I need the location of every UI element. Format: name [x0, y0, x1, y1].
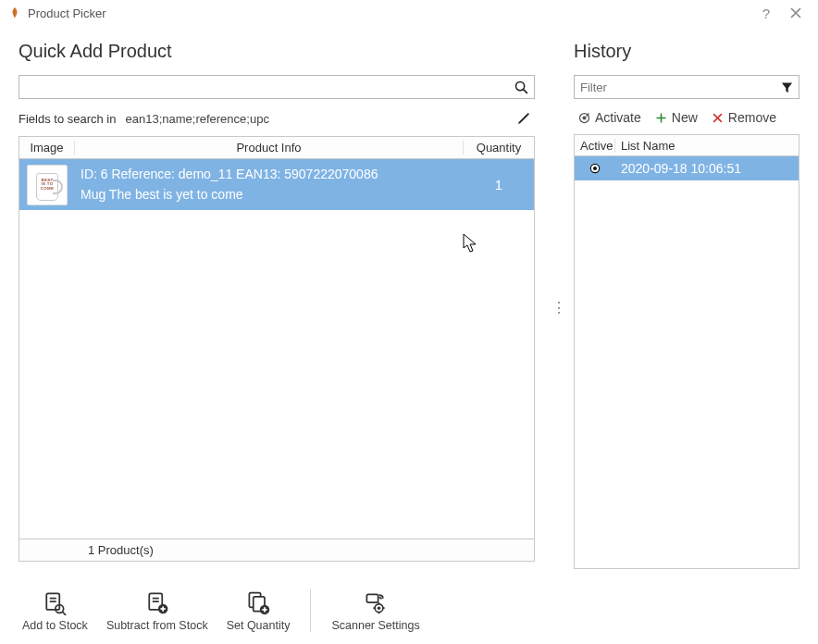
- toolbar-separator: [310, 589, 311, 632]
- history-row[interactable]: 2020-09-18 10:06:51: [575, 156, 799, 180]
- product-thumbnail: BEST IS TO COME: [19, 162, 75, 208]
- svg-rect-22: [366, 594, 378, 602]
- mug-icon: BEST IS TO COME: [27, 165, 68, 205]
- close-button[interactable]: [781, 0, 811, 26]
- col-list-name[interactable]: List Name: [615, 139, 799, 153]
- history-name-cell: 2020-09-18 10:06:51: [615, 161, 799, 176]
- svg-point-5: [593, 167, 597, 170]
- subtract-from-stock-button[interactable]: Subtract from Stock: [103, 589, 212, 632]
- product-footer: 1 Product(s): [19, 539, 534, 561]
- product-row[interactable]: BEST IS TO COME ID: 6 Reference: demo_11…: [19, 159, 534, 210]
- radio-checked-icon: [589, 162, 601, 175]
- product-info-line1: ID: 6 Reference: demo_11 EAN13: 59072220…: [81, 165, 458, 185]
- col-image[interactable]: Image: [19, 141, 75, 155]
- filter-input[interactable]: [575, 78, 775, 97]
- svg-point-3: [582, 116, 586, 119]
- product-info-cell: ID: 6 Reference: demo_11 EAN13: 59072220…: [75, 159, 464, 210]
- pane-splitter[interactable]: ⋮: [552, 299, 566, 316]
- set-quantity-icon: [245, 589, 271, 615]
- bottom-toolbar: Add to Stock Subtract from Stock Set Qua…: [19, 585, 799, 637]
- title-bar: Product Picker ?: [0, 0, 818, 26]
- history-actions: Activate New Remove: [574, 103, 799, 132]
- col-qty[interactable]: Quantity: [464, 141, 534, 155]
- activate-button[interactable]: Activate: [574, 108, 645, 127]
- fields-value: ean13;name;reference;upc: [126, 112, 514, 126]
- history-title: History: [574, 41, 799, 62]
- col-info[interactable]: Product Info: [75, 141, 464, 155]
- app-logo-icon: [7, 6, 22, 20]
- history-pane: History Activate New: [574, 35, 799, 581]
- history-filter[interactable]: [574, 75, 799, 99]
- filter-icon[interactable]: [775, 76, 799, 98]
- product-table-header: Image Product Info Quantity: [19, 137, 534, 159]
- window-title: Product Picker: [28, 6, 751, 20]
- search-icon[interactable]: [508, 76, 534, 98]
- new-button[interactable]: New: [651, 108, 701, 127]
- remove-button[interactable]: Remove: [707, 108, 780, 127]
- close-icon: [790, 7, 801, 19]
- search-field[interactable]: [19, 75, 535, 99]
- product-qty-cell: 1: [464, 177, 534, 192]
- activate-icon: [577, 111, 591, 125]
- history-table: Active List Name 2020-09-18 10:06:51: [574, 134, 799, 569]
- scanner-settings-button[interactable]: Scanner Settings: [328, 589, 423, 632]
- svg-point-24: [378, 606, 381, 610]
- remove-icon: [711, 111, 725, 125]
- history-active-cell: [575, 162, 615, 175]
- scanner-settings-icon: [363, 589, 389, 615]
- edit-fields-button[interactable]: [513, 108, 535, 129]
- search-input[interactable]: [19, 78, 508, 97]
- history-table-header: Active List Name: [575, 135, 799, 156]
- svg-line-10: [63, 613, 67, 616]
- add-to-stock-button[interactable]: Add to Stock: [19, 589, 92, 632]
- add-to-stock-icon: [42, 589, 68, 615]
- product-info-line2: Mug The best is yet to come: [81, 185, 458, 205]
- help-button[interactable]: ?: [751, 0, 781, 26]
- product-table: Image Product Info Quantity BEST IS TO C…: [19, 136, 535, 562]
- plus-icon: [654, 111, 668, 125]
- subtract-from-stock-icon: [144, 589, 170, 615]
- svg-point-0: [515, 81, 524, 90]
- quick-add-pane: Quick Add Product Fields to search in ea…: [19, 35, 535, 581]
- svg-line-1: [523, 89, 527, 93]
- pencil-icon: [516, 111, 531, 126]
- col-active[interactable]: Active: [575, 139, 615, 153]
- fields-label: Fields to search in: [19, 112, 117, 126]
- set-quantity-button[interactable]: Set Quantity: [223, 589, 294, 632]
- quick-add-title: Quick Add Product: [19, 41, 535, 62]
